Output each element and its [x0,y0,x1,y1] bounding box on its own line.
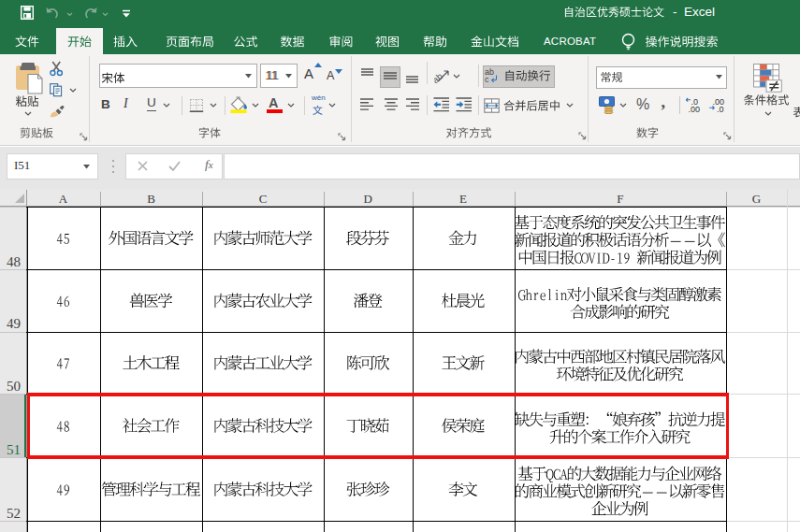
svg-text:.0: .0 [717,105,724,113]
svg-text:c: c [485,75,489,83]
svg-text:ab: ab [434,70,445,85]
svg-text:.00: .00 [689,105,701,113]
